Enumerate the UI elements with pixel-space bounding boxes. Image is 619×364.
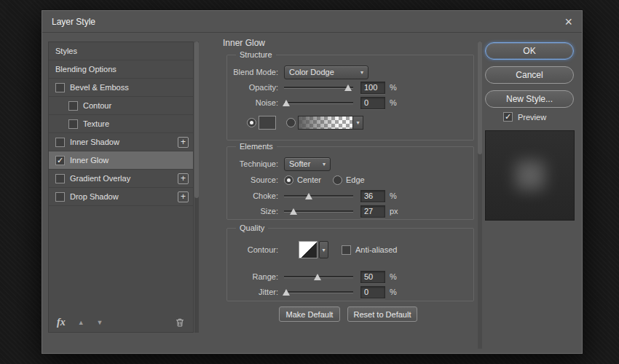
choke-unit: % <box>390 191 397 200</box>
sidebar-item-texture[interactable]: Texture <box>49 115 193 133</box>
range-unit: % <box>390 272 397 281</box>
size-slider[interactable] <box>284 205 353 217</box>
source-label: Source: <box>227 175 278 184</box>
structure-legend: Structure <box>236 50 276 59</box>
slider-thumb[interactable] <box>290 208 297 215</box>
technique-dropdown[interactable]: Softer ▾ <box>284 157 331 171</box>
gradient-checker-swatch[interactable] <box>299 116 352 129</box>
opacity-input[interactable] <box>360 82 385 94</box>
effect-checkbox[interactable]: ✓ <box>55 156 65 165</box>
blend-mode-dropdown[interactable]: Color Dodge ▾ <box>284 66 368 79</box>
check-icon: ✓ <box>57 157 63 165</box>
chevron-down-icon: ▾ <box>323 161 326 167</box>
sidebar-item-blending-options[interactable]: Blending Options <box>49 60 193 79</box>
source-center-radio[interactable] <box>284 175 293 185</box>
effect-checkbox[interactable] <box>55 138 65 147</box>
opacity-slider[interactable] <box>284 82 353 93</box>
sidebar-item-contour[interactable]: Contour <box>49 97 193 115</box>
glow-preview-blob <box>516 161 545 190</box>
source-edge-label[interactable]: Edge <box>346 175 365 184</box>
range-input[interactable] <box>360 271 385 283</box>
add-effect-button[interactable]: + <box>178 191 189 202</box>
noise-label: Noise: <box>227 98 278 107</box>
main-scrollbar[interactable] <box>478 41 482 349</box>
make-default-button[interactable]: Make Default <box>279 306 340 322</box>
add-effect-button[interactable]: + <box>178 173 189 184</box>
noise-unit: % <box>390 98 397 107</box>
slider-track <box>284 291 353 293</box>
opacity-label: Opacity: <box>227 83 278 92</box>
add-effect-button[interactable]: + <box>178 137 189 148</box>
chevron-down-icon[interactable]: ▾ <box>319 241 328 258</box>
dialog-titlebar[interactable]: Layer Style × <box>42 11 582 33</box>
trash-icon[interactable] <box>175 317 185 328</box>
sidebar-item-label: Contour <box>83 101 111 110</box>
elements-legend: Elements <box>236 142 277 151</box>
contour-label: Contour: <box>227 245 278 254</box>
effect-checkbox[interactable] <box>68 101 78 111</box>
slider-thumb[interactable] <box>305 193 312 199</box>
gradient-radio[interactable] <box>286 118 296 127</box>
glow-color-swatch[interactable] <box>259 116 276 130</box>
solid-color-radio[interactable] <box>247 118 256 127</box>
slider-track <box>284 195 353 197</box>
sidebar-item-drop-shadow[interactable]: Drop Shadow + <box>49 188 193 206</box>
slider-track <box>284 87 353 88</box>
choke-input[interactable] <box>360 190 385 202</box>
effect-checkbox[interactable] <box>55 192 65 202</box>
ok-button[interactable]: OK <box>485 42 574 60</box>
sidebar-item-label: Styles <box>55 47 77 55</box>
scrollbar-thumb[interactable] <box>478 41 482 154</box>
sidebar-item-gradient-overlay[interactable]: Gradient Overlay + <box>49 170 193 188</box>
effect-checkbox[interactable] <box>55 83 65 92</box>
range-slider[interactable] <box>284 271 353 282</box>
chevron-down-icon[interactable]: ▾ <box>352 116 363 129</box>
size-unit: px <box>390 207 398 215</box>
slider-thumb[interactable] <box>314 274 321 280</box>
anti-aliased-label[interactable]: Anti-aliased <box>355 245 397 254</box>
preview-checkbox[interactable]: ✓ <box>503 112 513 122</box>
move-up-icon[interactable]: ▲ <box>78 319 84 326</box>
move-down-icon[interactable]: ▼ <box>97 319 103 326</box>
style-preview-thumbnail <box>485 130 575 221</box>
noise-input[interactable] <box>360 97 385 109</box>
effects-footer-toolbar: fx ▲ ▼ <box>49 313 193 332</box>
choke-slider[interactable] <box>284 190 353 202</box>
slider-thumb[interactable] <box>344 84 352 91</box>
source-center-label[interactable]: Center <box>297 175 321 184</box>
quality-group: Quality Contour: ▾ Anti-aliased Range: <box>226 228 474 301</box>
close-icon[interactable]: × <box>564 15 572 28</box>
sidebar-item-styles[interactable]: Styles <box>49 42 193 60</box>
jitter-slider[interactable] <box>284 286 353 298</box>
contour-thumbnail[interactable] <box>299 241 318 258</box>
desktop-background: Layer Style × Styles Blending Options Be… <box>0 0 619 364</box>
reset-to-default-button[interactable]: Reset to Default <box>347 306 417 322</box>
new-style-button[interactable]: New Style... <box>485 90 574 108</box>
gradient-picker[interactable]: ▾ <box>298 116 363 130</box>
jitter-input[interactable] <box>360 286 385 298</box>
fx-icon[interactable]: fx <box>57 317 66 328</box>
anti-aliased-checkbox[interactable] <box>342 245 351 255</box>
preview-label[interactable]: Preview <box>518 113 546 122</box>
effect-checkbox[interactable] <box>55 174 65 183</box>
slider-thumb[interactable] <box>283 289 290 296</box>
quality-legend: Quality <box>236 223 268 232</box>
sidebar-item-bevel-emboss[interactable]: Bevel & Emboss <box>49 79 193 97</box>
cancel-button[interactable]: Cancel <box>485 66 574 84</box>
size-input[interactable] <box>360 205 385 218</box>
sidebar-item-inner-glow[interactable]: ✓ Inner Glow <box>49 151 193 170</box>
sidebar-scrollbar[interactable] <box>194 41 199 333</box>
noise-slider[interactable] <box>284 97 353 108</box>
blend-mode-value: Color Dodge <box>289 68 334 76</box>
elements-group: Elements Technique: Softer ▾ Source: Cen… <box>226 146 474 220</box>
effect-checkbox[interactable] <box>68 119 78 129</box>
technique-value: Softer <box>289 159 310 168</box>
structure-group: Structure Blend Mode: Color Dodge ▾ Opac… <box>226 55 474 141</box>
preview-toggle[interactable]: ✓ Preview <box>503 112 546 122</box>
slider-thumb[interactable] <box>283 100 290 106</box>
scrollbar-thumb[interactable] <box>194 41 199 198</box>
choke-label: Choke: <box>227 191 278 200</box>
opacity-unit: % <box>390 83 397 92</box>
source-edge-radio[interactable] <box>333 175 342 185</box>
sidebar-item-inner-shadow[interactable]: Inner Shadow + <box>49 133 193 151</box>
